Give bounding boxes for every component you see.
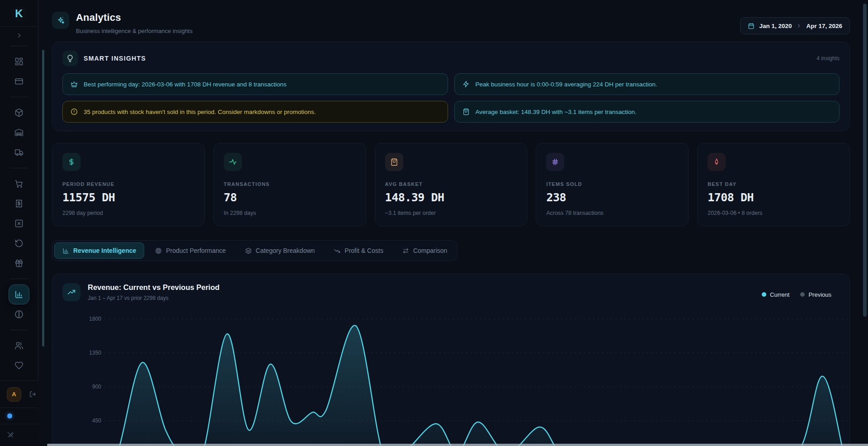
kpi-card: TRANSACTIONS78In 2298 days [213,143,366,226]
dashboard-icon [14,57,24,66]
kpi-cards-row: PERIOD REVENUE11575 DH2298 day periodTRA… [52,143,850,226]
kpi-value: 148.39 DH [385,191,517,204]
sparkles-icon [52,12,69,29]
kpi-card: ITEMS SOLD238Across 78 transactions [536,143,689,226]
kpi-card: AVG BASKET148.39 DH~3.1 items per order [375,143,528,226]
divider [10,168,28,168]
kpi-label: PERIOD REVENUE [62,181,194,187]
chart-subtitle: Jan 1 – Apr 17 vs prior 2298 days [88,295,220,301]
smart-insights-panel: SMART INSIGHTS 4 insights Best performin… [52,42,850,131]
sidebar-item-customers[interactable] [9,336,29,356]
insight-text: Best performing day: 2026-03-06 with 170… [84,81,287,88]
tab-product-performance[interactable]: Product Performance [147,242,234,259]
sidebar-item-history[interactable] [9,233,29,253]
horizontal-scrollbar[interactable] [47,444,868,446]
flame-icon [712,158,721,166]
users-icon [14,341,24,350]
credit-card-icon [14,77,24,86]
target-icon [155,247,162,254]
kpi-subtext: ~3.1 items per order [385,210,517,216]
sidebar-expand-button[interactable] [0,27,38,46]
sidebar-item-dashboard[interactable] [9,52,29,71]
calendar-icon [748,23,755,29]
sidebar-item-inventory[interactable] [9,123,29,142]
receipt-icon [14,199,24,208]
sidebar-item-deliveries[interactable] [9,142,29,162]
app-logo[interactable]: K [11,6,27,21]
kpi-value: 11575 DH [62,191,194,204]
tab-category-breakdown[interactable]: Category Breakdown [237,242,323,259]
bar-chart-icon [14,290,24,299]
shopping-bag-icon [462,108,470,115]
sidebar-item-closures[interactable] [9,214,29,233]
kpi-subtext: 2298 day period [62,210,194,216]
layers-icon [245,247,252,254]
kpi-value: 1708 DH [708,191,840,204]
warehouse-icon [14,128,24,137]
svg-text:1350: 1350 [89,350,101,356]
calendar-icon [748,23,755,29]
sparkles-icon [56,16,65,25]
kpi-subtext: In 2298 days [224,210,356,216]
tab-label: Category Breakdown [256,247,315,254]
trending-down-icon [334,247,340,254]
tab-revenue-intelligence[interactable]: Revenue Intelligence [54,242,144,259]
kpi-value: 238 [546,191,678,204]
sidebar-item-payments[interactable] [9,71,29,91]
tab-profit-costs[interactable]: Profit & Costs [326,242,392,259]
revenue-area-chart: 45090013501800 [58,311,849,446]
swap-icon [402,247,409,254]
kpi-card: BEST DAY1708 DH2026-03-06 • 8 orders [697,143,850,226]
page-subtitle: Business intelligence & performance insi… [76,28,193,34]
tab-label: Revenue Intelligence [73,247,136,254]
date-end: Apr 17, 2026 [806,23,842,29]
sidebar-scrollbar[interactable] [42,50,44,346]
sidebar-item-analytics[interactable] [9,285,29,304]
gift-icon [14,259,24,268]
shopping-bag-icon [390,158,398,166]
lightbulb-icon [62,51,78,66]
slash-icon [6,430,14,438]
sidebar-item-purchases[interactable] [9,174,29,194]
page-title: Analytics [76,12,193,24]
avatar[interactable]: A [7,387,21,402]
insight-card: Peak business hour is 0:00-0:59 averagin… [454,73,840,95]
dollar-icon [67,158,75,166]
legend-label: Current [770,291,789,298]
insight-text: Average basket: 148.39 DH with ~3.1 item… [476,109,637,115]
vertical-scrollbar[interactable] [863,4,867,317]
disabled-feature-icon [6,430,14,440]
chevron-right-icon [796,23,802,28]
logout-button[interactable] [29,391,36,398]
revenue-chart-card: Revenue: Current vs Previous Period Jan … [52,274,850,446]
tab-comparison[interactable]: Comparison [394,242,455,259]
activity-icon [229,158,237,166]
legend-item-current[interactable]: Current [762,291,789,298]
kpi-label: AVG BASKET [385,181,517,187]
date-range-picker[interactable]: Jan 1, 2020 Apr 17, 2026 [740,17,850,34]
tab-label: Comparison [413,247,447,254]
hash-icon [551,158,559,166]
sidebar-item-products[interactable] [9,103,29,123]
heart-icon [14,361,24,370]
smart-insights-title: SMART INSIGHTS [84,55,146,62]
insight-text: 35 products with stock haven't sold in t… [84,109,316,115]
divider [10,279,28,279]
insight-text: Peak business hour is 0:00-0:59 averagin… [476,81,657,88]
sidebar-item-ai-insights[interactable] [9,304,29,324]
sidebar-item-receipts[interactable] [9,194,29,214]
chevron-right-icon [16,32,23,39]
insights-count: 4 insights [816,55,840,62]
sidebar-item-favorites[interactable] [9,356,29,375]
sidebar-item-promotions[interactable] [9,253,29,273]
kpi-subtext: 2026-03-06 • 8 orders [708,210,840,216]
legend-item-previous[interactable]: Previous [800,291,831,298]
analytics-tabs: Revenue IntelligenceProduct PerformanceC… [52,240,458,261]
brain-icon [14,310,24,319]
chart-title: Revenue: Current vs Previous Period [88,283,220,292]
chevron-right-icon [796,23,802,28]
crown-icon [71,81,78,88]
kpi-subtext: Across 78 transactions [546,210,678,216]
insight-card: Best performing day: 2026-03-06 with 170… [62,73,448,95]
date-start: Jan 1, 2020 [759,23,792,29]
